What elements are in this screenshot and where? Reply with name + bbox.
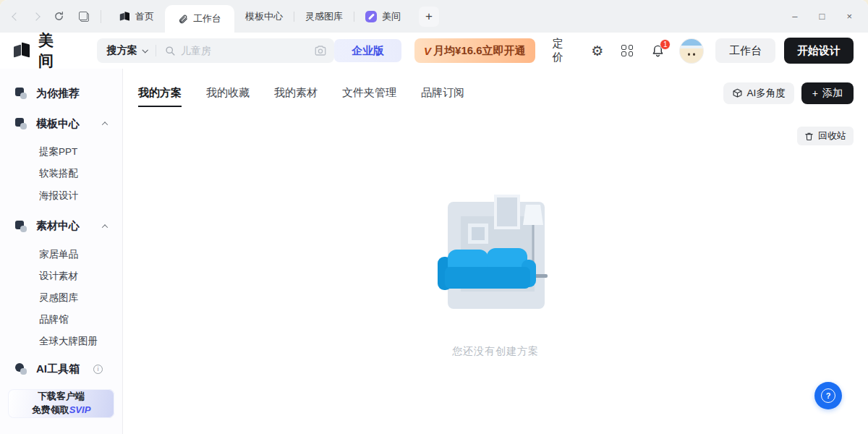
tab-label: 模板中心 [245, 10, 283, 23]
vip-subscribe-button[interactable]: V 月均¥16.6立即开通 [414, 38, 535, 63]
main-content: 我的方案 我的收藏 我的素材 文件夹管理 品牌订阅 AI多角度 + 添加 [123, 69, 868, 434]
sidebar-item-label: 全球大牌图册 [39, 335, 98, 348]
banner-line2: 免费领取SVIP [32, 404, 91, 417]
sidebar-item-inspiration-gallery[interactable]: 灵感图库 [0, 289, 122, 306]
chevron-up-icon [102, 122, 108, 127]
sidebar-item-label: 为你推荐 [36, 87, 80, 101]
sidebar-item-label: 设计素材 [39, 270, 78, 283]
paperclip-icon [178, 14, 188, 24]
tab-label: 灵感图库 [305, 10, 343, 23]
recycle-bin-label: 回收站 [818, 129, 846, 142]
sidebar-item-soft-decoration[interactable]: 软装搭配 [0, 166, 122, 182]
question-icon: ? [821, 388, 835, 403]
duplicate-tab-icon[interactable] [79, 12, 89, 22]
tab-my-materials[interactable]: 我的素材 [274, 86, 318, 107]
chevron-up-icon [102, 224, 108, 230]
brand-name: 美间 [38, 30, 68, 71]
material-center-icon [15, 221, 27, 232]
plus-icon: + [812, 88, 818, 99]
ai-toolbox-icon [15, 363, 27, 375]
download-client-banner[interactable]: 下载客户端 免费领取SVIP [8, 389, 114, 418]
sidebar-item-template-center[interactable]: 模板中心 [0, 114, 122, 135]
close-button[interactable]: × [846, 11, 852, 22]
help-button[interactable]: ? [814, 382, 842, 409]
start-design-label: 开始设计 [797, 44, 841, 58]
refresh-icon[interactable] [54, 11, 64, 22]
camera-search-icon[interactable] [314, 44, 327, 57]
apps-grid-icon[interactable] [621, 45, 633, 56]
sidebar-item-label: 灵感图库 [39, 292, 78, 305]
tab-brand-subscription[interactable]: 品牌订阅 [421, 86, 464, 107]
tab-inspiration-gallery[interactable]: 灵感图库 [294, 0, 354, 33]
sidebar-item-ai-toolbox[interactable]: AI工具箱 [0, 359, 122, 380]
workspace-button[interactable]: 工作台 [715, 38, 775, 63]
sidebar-item-label: 软装搭配 [39, 167, 78, 180]
meijian-logo-icon [119, 12, 131, 21]
tab-strip: 首页 工作台 模板中心 灵感图库 美间 + – □ × [0, 0, 868, 33]
sidebar: 为你推荐 模板中心 提案PPT 软装搭配 海报设计 素材中心 家居单品 设计素材… [0, 69, 123, 434]
tab-template-center[interactable]: 模板中心 [234, 0, 294, 33]
window-controls: – □ × [776, 0, 868, 33]
search-icon [165, 46, 176, 56]
tab-folder-management[interactable]: 文件夹管理 [342, 86, 396, 107]
pricing-link[interactable]: 定价 [553, 37, 574, 64]
tab-home[interactable]: 首页 [109, 0, 165, 33]
sidebar-item-recommend[interactable]: 为你推荐 [0, 83, 122, 104]
recommend-icon [15, 88, 27, 99]
app-window: 首页 工作台 模板中心 灵感图库 美间 + – □ × [0, 0, 868, 434]
vip-v-icon: V [424, 45, 431, 57]
meijian-app-icon [365, 11, 377, 22]
tab-meijian-app[interactable]: 美间 [354, 0, 412, 33]
new-tab-button[interactable]: + [419, 7, 439, 27]
maximize-button[interactable]: □ [820, 11, 825, 22]
sidebar-item-label: 家居单品 [39, 248, 78, 261]
cube-icon [732, 88, 743, 99]
enterprise-button[interactable]: 企业版 [334, 39, 401, 62]
minimize-button[interactable]: – [792, 11, 797, 22]
avatar[interactable] [679, 38, 704, 64]
gear-icon[interactable]: ⚙ [591, 43, 603, 59]
sidebar-item-label: 素材中心 [36, 219, 80, 233]
search-input[interactable] [181, 45, 314, 56]
start-design-button[interactable]: 开始设计 [784, 38, 854, 64]
meijian-logo-icon [13, 43, 32, 59]
sidebar-item-global-brand-catalog[interactable]: 全球大牌图册 [0, 333, 122, 350]
banner-line1: 下载客户端 [38, 390, 85, 404]
sidebar-item-proposal-ppt[interactable]: 提案PPT [0, 144, 122, 161]
enterprise-label: 企业版 [352, 44, 384, 58]
recycle-bin-button[interactable]: 回收站 [797, 127, 854, 145]
divider [101, 10, 101, 23]
plus-icon: + [425, 9, 433, 24]
tab-workspace[interactable]: 工作台 [165, 5, 234, 33]
app-header: 美间 搜方案 企业版 V 月均¥16.6立即开通 定价 ⚙ [0, 33, 868, 69]
sidebar-item-brand-hall[interactable]: 品牌馆 [0, 311, 122, 328]
ai-multi-angle-label: AI多角度 [747, 87, 786, 100]
trash-icon [804, 132, 814, 141]
content-actions: AI多角度 + 添加 [723, 82, 854, 104]
sidebar-item-material-center[interactable]: 素材中心 [0, 216, 122, 237]
info-icon [93, 365, 103, 374]
add-label: 添加 [822, 87, 843, 100]
sidebar-item-home-items[interactable]: 家居单品 [0, 246, 122, 263]
tab-my-favorites[interactable]: 我的收藏 [206, 86, 250, 107]
banner-line2-prefix: 免费领取 [32, 404, 69, 415]
add-button[interactable]: + 添加 [801, 82, 854, 104]
search-bar: 搜方案 [97, 38, 334, 63]
vip-label: 月均¥16.6立即开通 [433, 44, 526, 58]
sidebar-item-label: 品牌馆 [39, 313, 69, 326]
sidebar-item-label: 海报设计 [39, 190, 78, 203]
tab-my-plans[interactable]: 我的方案 [138, 86, 182, 107]
back-icon[interactable] [12, 12, 20, 20]
notification-bell[interactable]: 1 [651, 44, 665, 58]
workspace-label: 工作台 [729, 44, 762, 58]
template-center-icon [15, 118, 27, 129]
tab-label: 美间 [382, 10, 401, 23]
search-scope-dropdown[interactable]: 搜方案 [107, 44, 147, 57]
ai-multi-angle-button[interactable]: AI多角度 [723, 82, 794, 104]
sidebar-item-design-materials[interactable]: 设计素材 [0, 268, 122, 284]
brand-logo[interactable]: 美间 [13, 30, 68, 71]
nav-buttons [0, 0, 101, 33]
sidebar-item-label: AI工具箱 [36, 362, 80, 376]
sidebar-item-poster-design[interactable]: 海报设计 [0, 187, 122, 204]
forward-icon[interactable] [32, 12, 40, 20]
